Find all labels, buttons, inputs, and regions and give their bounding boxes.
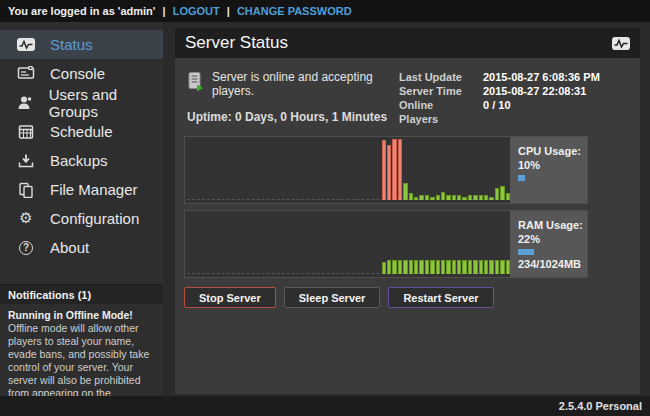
sidebar-item-file-manager[interactable]: File Manager: [0, 175, 163, 204]
ram-chart-plot: [185, 211, 511, 277]
notification-title: Running in Offline Mode!: [8, 309, 155, 322]
info-row-last-update: Last Update 2015-08-27 6:08:36 PM: [399, 70, 630, 84]
chart-bar: [392, 139, 396, 200]
sidebar-item-schedule[interactable]: Schedule: [0, 117, 163, 146]
ram-usage-label: RAM Usage:: [518, 218, 587, 232]
info-label: Server Time: [399, 84, 475, 98]
chart-bar: [500, 260, 504, 274]
chart-bar: [495, 260, 499, 274]
chart-bar: [452, 195, 456, 200]
chart-bar: [436, 260, 440, 274]
info-label: Last Update: [399, 70, 475, 84]
ram-usage-panel: RAM Usage: 22% 234/1024MB: [510, 211, 587, 277]
chart-bar: [500, 186, 504, 200]
chart-bar: [430, 197, 434, 200]
sidebar-item-label: Status: [50, 36, 93, 53]
server-info-table: Last Update 2015-08-27 6:08:36 PM Server…: [399, 70, 630, 126]
chart-bar: [462, 260, 466, 274]
cpu-usage-label: CPU Usage:: [518, 144, 587, 158]
ram-usage-value: 22%: [518, 232, 587, 246]
sidebar-item-users-and-groups[interactable]: Users and Groups: [0, 88, 163, 117]
logged-in-text: You are logged in as 'admin': [8, 5, 155, 17]
info-value: 2015-08-27 22:08:31: [483, 84, 586, 98]
chart-bar: [414, 197, 418, 200]
version-footer: 2.5.4.0 Personal: [0, 396, 650, 416]
sleep-server-button[interactable]: Sleep Server: [284, 287, 381, 308]
server-status-message: Server is online and accepting players.: [212, 70, 399, 98]
sidebar-item-label: Console: [50, 65, 105, 82]
sidebar: Status Console Users and Groups Schedule: [0, 22, 163, 375]
chart-bar: [419, 260, 423, 274]
sidebar-item-console[interactable]: Console: [0, 59, 163, 88]
info-label: Online Players: [399, 98, 475, 126]
chart-bar: [484, 195, 488, 200]
cpu-chart-plot: [185, 137, 511, 203]
chart-bar: [457, 260, 461, 274]
schedule-icon: [16, 122, 36, 142]
backups-icon: [16, 151, 36, 171]
chart-bar: [479, 260, 483, 274]
change-password-link[interactable]: CHANGE PASSWORD: [237, 5, 352, 17]
chart-bar: [489, 260, 493, 274]
chart-bar: [452, 260, 456, 274]
sidebar-item-label: Configuration: [50, 210, 139, 227]
status-section: Server is online and accepting players. …: [175, 58, 640, 130]
logout-link[interactable]: LOGOUT: [173, 5, 220, 17]
chart-bar: [387, 260, 391, 274]
users-icon: [16, 93, 35, 113]
sidebar-menu: Status Console Users and Groups Schedule: [0, 22, 163, 262]
chart-bar: [462, 197, 466, 200]
chart-bar: [382, 140, 386, 200]
chart-bar: [409, 193, 413, 200]
chart-bar: [398, 260, 402, 274]
chart-bar: [479, 195, 483, 200]
separator: |: [163, 5, 166, 17]
chart-bar: [489, 197, 493, 200]
chart-bar: [446, 195, 450, 200]
chart-bar: [387, 145, 391, 200]
login-bar: You are logged in as 'admin' | LOGOUT | …: [0, 0, 650, 22]
chart-bar: [441, 260, 445, 274]
main-panel: Server Status Server is online and accep…: [175, 28, 640, 394]
chart-bar: [441, 192, 445, 200]
info-row-server-time: Server Time 2015-08-27 22:08:31: [399, 84, 630, 98]
sidebar-item-label: File Manager: [50, 181, 138, 198]
sidebar-item-status[interactable]: Status: [0, 30, 163, 59]
chart-bar: [484, 260, 488, 274]
info-value: 2015-08-27 6:08:36 PM: [483, 70, 600, 84]
sidebar-item-backups[interactable]: Backups: [0, 146, 163, 175]
server-actions: Stop Server Sleep Server Restart Server: [184, 287, 640, 308]
chart-bar: [425, 260, 429, 274]
sidebar-item-configuration[interactable]: ⚙ Configuration: [0, 204, 163, 233]
ram-usage-detail: 234/1024MB: [518, 257, 587, 271]
cpu-usage-panel: CPU Usage: 10%: [510, 137, 587, 203]
chart-bar: [495, 188, 499, 200]
info-value: 0 / 10: [483, 98, 511, 126]
chart-bar: [382, 262, 386, 274]
sidebar-item-label: Users and Groups: [49, 86, 163, 120]
notifications-header: Notifications (1): [0, 284, 163, 304]
chart-bar: [409, 260, 413, 274]
stop-server-button[interactable]: Stop Server: [184, 287, 276, 308]
separator: |: [227, 5, 230, 17]
chart-bar: [419, 195, 423, 200]
chart-bar: [457, 195, 461, 200]
cpu-usage-chart: CPU Usage: 10%: [184, 136, 588, 204]
info-row-online-players: Online Players 0 / 10: [399, 98, 630, 126]
sidebar-item-label: Backups: [50, 152, 108, 169]
status-graph-icon[interactable]: [612, 37, 630, 50]
restart-server-button[interactable]: Restart Server: [388, 287, 493, 308]
chart-bar: [468, 260, 472, 274]
main-header: Server Status: [175, 28, 640, 58]
file-manager-icon: [16, 180, 36, 200]
chart-bar: [446, 260, 450, 274]
chart-bar: [468, 195, 472, 200]
ram-usage-indicator: [518, 249, 534, 255]
chart-bar: [425, 195, 429, 200]
chart-bar: [473, 195, 477, 200]
cpu-usage-indicator: [518, 175, 525, 181]
sidebar-item-about[interactable]: ? About: [0, 233, 163, 262]
chart-bar: [414, 260, 418, 274]
uptime-text: Uptime: 0 Days, 0 Hours, 1 Minutes: [187, 110, 399, 124]
chart-bar: [473, 260, 477, 274]
